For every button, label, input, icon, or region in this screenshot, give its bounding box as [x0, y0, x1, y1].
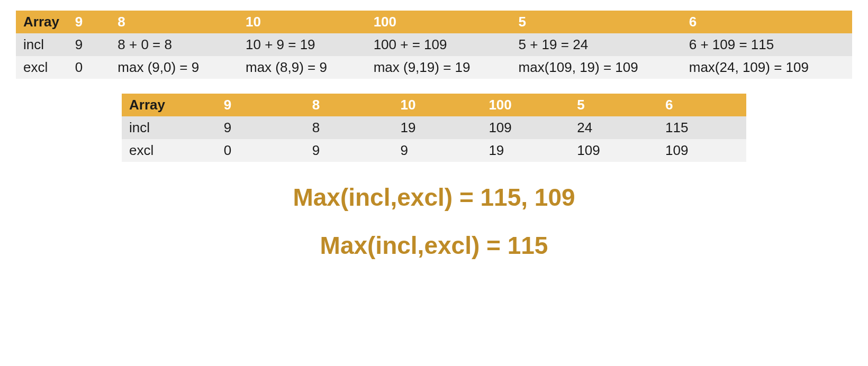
table-detailed: Array 9 8 10 100 5 6 incl 9 8 + 0 = 8 10… [16, 11, 852, 79]
cell: 24 [569, 116, 658, 139]
cell: 19 [481, 139, 569, 162]
cell: 0 [68, 56, 111, 79]
cell: 115 [658, 116, 746, 139]
cell: max (8,9) = 9 [238, 56, 366, 79]
row-label: incl [122, 116, 216, 139]
cell: 9 [216, 116, 305, 139]
cell: max (9,0) = 9 [110, 56, 238, 79]
cell: 109 [658, 139, 746, 162]
row-label: incl [16, 33, 68, 56]
header-cell: 6 [658, 94, 746, 116]
cell: 9 [305, 139, 393, 162]
cell: 9 [393, 139, 482, 162]
cell: 0 [216, 139, 305, 162]
table-row: incl 9 8 19 109 24 115 [122, 116, 746, 139]
cell: 109 [481, 116, 569, 139]
table-row: incl 9 8 + 0 = 8 10 + 9 = 19 100 + = 109… [16, 33, 852, 56]
cell: max(24, 109) = 109 [682, 56, 852, 79]
result-line-2: Max(incl,excl) = 115 [16, 231, 852, 260]
header-cell: Array [122, 94, 216, 116]
header-cell: Array [16, 11, 68, 33]
cell: 19 [393, 116, 482, 139]
result-line-1: Max(incl,excl) = 115, 109 [16, 183, 852, 212]
cell: 109 [569, 139, 658, 162]
table-row: excl 0 max (9,0) = 9 max (8,9) = 9 max (… [16, 56, 852, 79]
row-label: excl [122, 139, 216, 162]
detailed-dp-table: Array 9 8 10 100 5 6 incl 9 8 + 0 = 8 10… [16, 11, 852, 79]
header-cell: 100 [366, 11, 511, 33]
summary-dp-table: Array 9 8 10 100 5 6 incl 9 8 19 109 24 … [122, 94, 746, 162]
header-cell: 9 [216, 94, 305, 116]
cell: 9 [68, 33, 111, 56]
header-cell: 8 [110, 11, 238, 33]
cell: 5 + 19 = 24 [511, 33, 682, 56]
header-cell: 10 [393, 94, 482, 116]
header-cell: 100 [481, 94, 569, 116]
header-cell: 10 [238, 11, 366, 33]
header-cell: 6 [682, 11, 852, 33]
header-cell: 5 [511, 11, 682, 33]
cell: 8 [305, 116, 393, 139]
cell: 100 + = 109 [366, 33, 511, 56]
cell: 8 + 0 = 8 [110, 33, 238, 56]
result-section: Max(incl,excl) = 115, 109 Max(incl,excl)… [16, 183, 852, 260]
row-label: excl [16, 56, 68, 79]
cell: 6 + 109 = 115 [682, 33, 852, 56]
header-cell: 8 [305, 94, 393, 116]
header-cell: 9 [68, 11, 111, 33]
cell: max (9,19) = 19 [366, 56, 511, 79]
table-header-row: Array 9 8 10 100 5 6 [16, 11, 852, 33]
cell: max(109, 19) = 109 [511, 56, 682, 79]
cell: 10 + 9 = 19 [238, 33, 366, 56]
header-cell: 5 [569, 94, 658, 116]
table-summary: Array 9 8 10 100 5 6 incl 9 8 19 109 24 … [16, 94, 852, 162]
table-row: excl 0 9 9 19 109 109 [122, 139, 746, 162]
table-header-row: Array 9 8 10 100 5 6 [122, 94, 746, 116]
